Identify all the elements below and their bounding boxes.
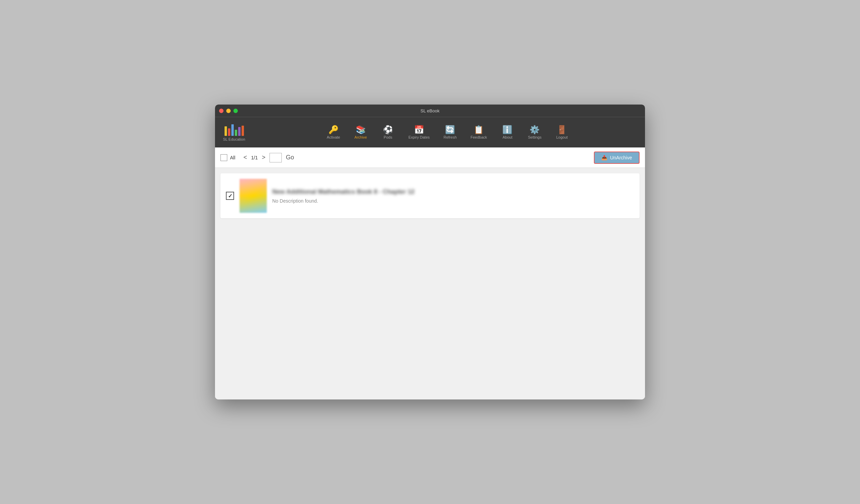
toolbar: SL Education 🔑 Activate 📚 Archive ⚽ Pods… — [215, 117, 645, 147]
pods-label: Pods — [384, 135, 392, 139]
content-toolbar: All < 1/1 > Go 📥 UnArchive — [215, 147, 645, 168]
window-title: SL eBook — [420, 108, 440, 114]
page-info: 1/1 — [251, 155, 258, 160]
logo-label: SL Education — [223, 137, 245, 141]
nav-bar: 🔑 Activate 📚 Archive ⚽ Pods 📅 Expiry Dat… — [256, 123, 640, 142]
feedback-icon: 📋 — [474, 126, 484, 134]
book-info: New Additional Mathematics Book 8 - Chap… — [272, 188, 634, 204]
logo-bar-6 — [242, 126, 244, 136]
app-window: SL eBook SL Education 🔑 Activate 📚 Archi… — [215, 105, 645, 399]
prev-page-button[interactable]: < — [242, 154, 249, 161]
book-checkbox[interactable] — [226, 192, 234, 200]
select-all-checkbox[interactable] — [220, 154, 227, 161]
feedback-label: Feedback — [471, 135, 487, 139]
minimize-button[interactable] — [226, 109, 231, 113]
unarchive-label: UnArchive — [610, 155, 632, 160]
close-button[interactable] — [219, 109, 224, 113]
go-button[interactable]: Go — [285, 154, 296, 161]
traffic-lights — [219, 109, 238, 113]
pagination: < 1/1 > Go — [242, 153, 296, 162]
book-description: No Description found. — [272, 198, 634, 204]
nav-item-activate[interactable]: 🔑 Activate — [320, 123, 347, 142]
next-page-button[interactable]: > — [261, 154, 267, 161]
unarchive-button[interactable]: 📥 UnArchive — [594, 151, 640, 164]
unarchive-icon: 📥 — [601, 155, 607, 160]
nav-item-settings[interactable]: ⚙️ Settings — [521, 123, 548, 142]
expiry-dates-label: Expiry Dates — [408, 135, 430, 139]
all-label: All — [230, 155, 235, 160]
expiry-dates-icon: 📅 — [414, 126, 424, 134]
maximize-button[interactable] — [233, 109, 238, 113]
about-label: About — [503, 135, 513, 139]
nav-item-pods[interactable]: ⚽ Pods — [374, 123, 402, 142]
logout-icon: 🚪 — [557, 126, 567, 134]
nav-item-expiry-dates[interactable]: 📅 Expiry Dates — [402, 123, 436, 142]
activate-label: Activate — [327, 135, 340, 139]
select-all-container: All — [220, 154, 235, 161]
page-number-input[interactable] — [270, 153, 282, 162]
nav-item-logout[interactable]: 🚪 Logout — [548, 123, 575, 142]
main-content: New Additional Mathematics Book 8 - Chap… — [215, 168, 645, 399]
refresh-label: Refresh — [444, 135, 457, 139]
archive-label: Archive — [354, 135, 367, 139]
settings-label: Settings — [528, 135, 541, 139]
refresh-icon: 🔄 — [445, 126, 455, 134]
logo-bar-5 — [238, 127, 241, 136]
book-title: New Additional Mathematics Book 8 - Chap… — [272, 188, 634, 195]
logo-bar-4 — [235, 130, 237, 136]
book-card: New Additional Mathematics Book 8 - Chap… — [220, 173, 640, 218]
logo-bars — [225, 124, 244, 136]
logo: SL Education — [220, 124, 248, 141]
logo-bar-3 — [231, 124, 234, 136]
logo-bar-2 — [228, 128, 230, 136]
about-icon: ℹ️ — [502, 126, 513, 134]
activate-icon: 🔑 — [328, 126, 339, 134]
book-thumbnail — [240, 179, 267, 213]
nav-item-archive[interactable]: 📚 Archive — [347, 123, 374, 142]
logout-label: Logout — [556, 135, 568, 139]
settings-icon: ⚙️ — [530, 126, 540, 134]
archive-icon: 📚 — [356, 126, 366, 134]
title-bar: SL eBook — [215, 105, 645, 117]
nav-item-refresh[interactable]: 🔄 Refresh — [436, 123, 464, 142]
nav-item-feedback[interactable]: 📋 Feedback — [464, 123, 494, 142]
nav-item-about[interactable]: ℹ️ About — [494, 123, 521, 142]
logo-bar-1 — [225, 126, 227, 136]
pods-icon: ⚽ — [383, 126, 393, 134]
